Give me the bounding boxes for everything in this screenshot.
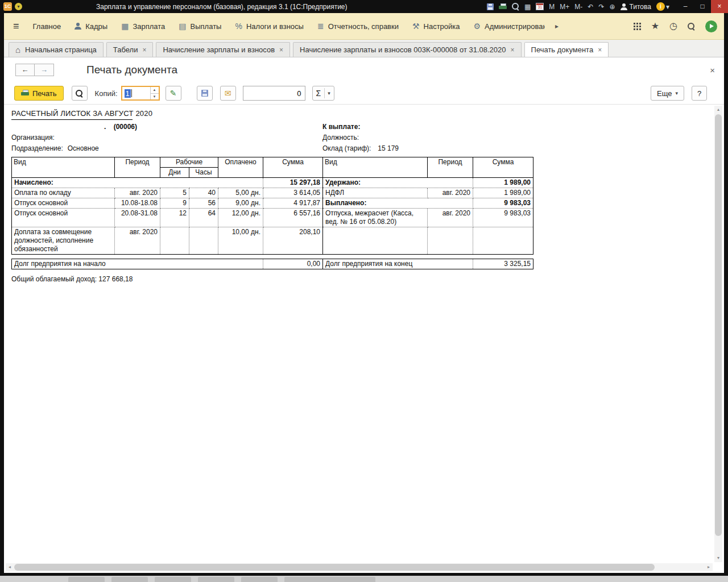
search-icon[interactable] bbox=[688, 23, 695, 30]
people-icon bbox=[75, 23, 81, 30]
send-email-button[interactable]: ✉ bbox=[220, 86, 236, 101]
printer-icon bbox=[499, 3, 507, 10]
printer-icon bbox=[21, 90, 29, 97]
section-reports[interactable]: ≣Отчетность, справки bbox=[314, 19, 402, 34]
1c-logo-icon: 1С bbox=[3, 2, 12, 11]
window-controls: – □ × bbox=[677, 0, 728, 13]
tab-home[interactable]: ⌂ Начальная страница bbox=[9, 42, 104, 57]
debt-end-label: Долг предприятия на конец bbox=[323, 259, 473, 269]
open-windows-tabbar: ⌂ Начальная страница Табели × Начисление… bbox=[4, 40, 724, 57]
info-caret-icon: ▾ bbox=[666, 3, 669, 10]
horizontal-scroll-thumb[interactable] bbox=[14, 564, 655, 571]
edit-layout-button[interactable]: ✎ bbox=[166, 86, 181, 101]
info-button[interactable]: i▾ bbox=[656, 2, 669, 11]
preview-button[interactable] bbox=[72, 86, 88, 101]
undo-icon[interactable]: ↶ bbox=[588, 3, 593, 10]
table-cell: 20.08-31.08 bbox=[115, 209, 160, 227]
table-cell bbox=[189, 227, 218, 255]
taskbar-item bbox=[284, 577, 375, 582]
section-main[interactable]: Главное bbox=[30, 19, 65, 34]
zoom-icon[interactable]: ⊕ bbox=[609, 3, 615, 10]
window-title: Зарплата и управление персоналом (базова… bbox=[96, 3, 348, 11]
memory-m-button[interactable]: M bbox=[549, 3, 555, 10]
section-salary[interactable]: ▦Зарплата bbox=[118, 19, 168, 34]
maximize-button[interactable]: □ bbox=[694, 0, 711, 13]
all-functions-icon[interactable] bbox=[634, 23, 641, 30]
close-tab-icon[interactable]: × bbox=[598, 46, 602, 54]
scroll-down-icon[interactable]: ▾ bbox=[714, 554, 722, 562]
taxable-income-line: Общий облагаемый доход: 127 668,18 bbox=[11, 275, 724, 284]
taskbar-sliver bbox=[0, 576, 728, 582]
scroll-left-icon[interactable]: ◂ bbox=[6, 563, 14, 571]
tab-payroll-list[interactable]: Начисление зарплаты и взносов × bbox=[156, 42, 290, 57]
preview-icon bbox=[76, 90, 83, 97]
table-cell: 10.08-18.08 bbox=[115, 198, 160, 209]
section-settings[interactable]: ⚒Настройка bbox=[409, 19, 464, 34]
vertical-scroll-thumb[interactable] bbox=[715, 114, 722, 536]
taskbar-item bbox=[241, 577, 278, 582]
print-preview-icon[interactable] bbox=[512, 3, 519, 10]
table-cell: 9 983,03 bbox=[473, 209, 533, 227]
close-window-button[interactable]: × bbox=[711, 0, 728, 13]
table-cell: Доплата за совмещение должностей, исполн… bbox=[12, 227, 115, 255]
discussions-icon[interactable] bbox=[705, 20, 717, 32]
memory-mplus-button[interactable]: M+ bbox=[560, 3, 569, 10]
to-pay-label: К выплате: bbox=[322, 122, 724, 131]
section-hr[interactable]: Кадры bbox=[71, 19, 111, 34]
table-icon[interactable]: ▦ bbox=[524, 3, 531, 10]
redacted-name-line bbox=[11, 119, 133, 120]
scroll-right-icon[interactable]: ▸ bbox=[705, 563, 713, 571]
section-administration[interactable]: ⚙Администрирование bbox=[470, 19, 549, 34]
table-cell: 5 bbox=[160, 188, 189, 198]
print-button[interactable]: Печать bbox=[14, 86, 64, 101]
close-tab-icon[interactable]: × bbox=[279, 46, 283, 54]
document-workarea: ← → Печать документа × Печать Копий: 1 bbox=[4, 57, 724, 573]
pencil-icon: ✎ bbox=[170, 89, 177, 97]
table-cell: Отпуска, межрасчет (Касса, вед. № 16 от … bbox=[323, 209, 428, 227]
save-button[interactable] bbox=[197, 86, 213, 101]
save-icon[interactable] bbox=[487, 3, 494, 10]
help-button[interactable]: ? bbox=[692, 86, 707, 101]
section-taxes[interactable]: %Налоги и взносы bbox=[231, 19, 307, 34]
payslip-table: Вид Период Рабочие Оплачено Сумма Вид Пе… bbox=[11, 157, 533, 255]
close-tab-icon[interactable]: × bbox=[142, 46, 146, 54]
sections-overflow-chevron[interactable]: ▸ bbox=[555, 22, 559, 30]
copies-spinner: ▴ ▾ bbox=[150, 87, 159, 99]
copies-input[interactable]: 1 ▴ ▾ bbox=[121, 86, 160, 101]
tab-timesheets[interactable]: Табели × bbox=[106, 42, 154, 57]
main-menu-button[interactable]: ≡ bbox=[10, 18, 23, 35]
copies-label: Копий: bbox=[95, 89, 118, 98]
vertical-scrollbar[interactable]: ▴ ▾ bbox=[714, 106, 722, 562]
back-button[interactable]: ← bbox=[15, 64, 35, 76]
history-icon[interactable]: ◷ bbox=[669, 22, 677, 31]
col-days: Дни bbox=[160, 168, 189, 178]
horizontal-scrollbar[interactable]: ◂ ▸ bbox=[6, 563, 713, 571]
app-window: 1С ▼ Зарплата и управление персоналом (б… bbox=[0, 0, 728, 576]
favorites-icon[interactable]: ★ bbox=[651, 22, 659, 31]
close-tab-icon[interactable]: × bbox=[511, 46, 515, 54]
system-menu-dropdown-icon[interactable]: ▼ bbox=[15, 3, 22, 10]
forward-button[interactable]: → bbox=[35, 64, 54, 76]
tab-payroll-document[interactable]: Начисление зарплаты и взносов 003К-00000… bbox=[293, 42, 521, 57]
spin-down-button[interactable]: ▾ bbox=[151, 93, 159, 100]
spin-up-button[interactable]: ▴ bbox=[151, 87, 159, 93]
tab-print-document[interactable]: Печать документа × bbox=[524, 42, 609, 57]
sum-button[interactable]: Σ ▾ bbox=[312, 86, 334, 101]
more-button[interactable]: Еще ▾ bbox=[651, 86, 684, 101]
calendar-icon[interactable]: 31 bbox=[536, 3, 544, 10]
section-payments[interactable]: ▤Выплаты bbox=[175, 19, 225, 34]
memory-mminus-button[interactable]: M- bbox=[574, 3, 582, 10]
withheld-label: Удержано: bbox=[323, 178, 473, 188]
division-label: Подразделение: bbox=[11, 144, 63, 152]
salary-label: Оклад (тариф): bbox=[322, 144, 371, 152]
current-user[interactable]: Титова bbox=[621, 3, 651, 11]
more-caret-icon: ▾ bbox=[675, 90, 678, 96]
close-document-icon[interactable]: × bbox=[710, 65, 715, 75]
minimize-button[interactable]: – bbox=[677, 0, 694, 13]
col-sum-right: Сумма bbox=[473, 157, 533, 178]
scroll-up-icon[interactable]: ▴ bbox=[714, 106, 722, 114]
table-cell: авг. 2020 bbox=[115, 227, 160, 255]
page-counter-input[interactable] bbox=[243, 86, 305, 101]
redo-icon[interactable]: ↷ bbox=[598, 3, 604, 10]
print-icon[interactable] bbox=[499, 3, 507, 10]
